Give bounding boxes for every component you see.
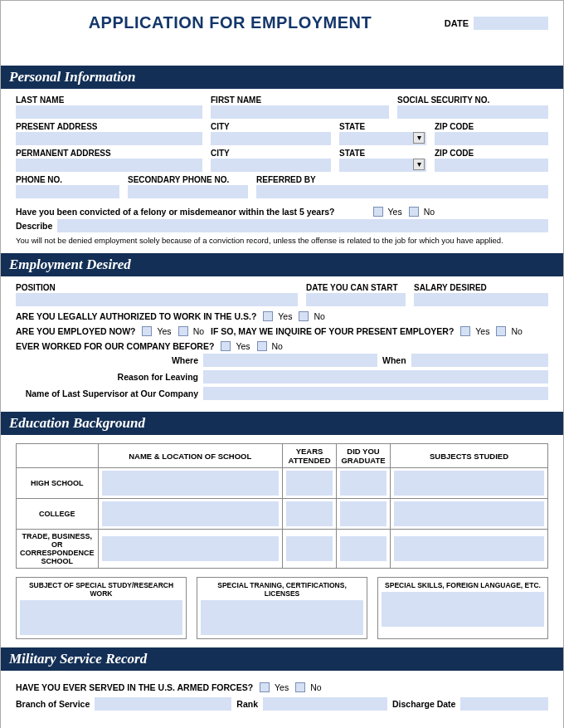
permanent-zip-input[interactable] [435,159,548,172]
last-name-input[interactable] [16,105,202,119]
edu-row-college: COLLEGE [17,499,99,530]
college-grad-input[interactable] [340,501,387,526]
inquire-yes-checkbox[interactable] [460,326,470,336]
present-address-label: PRESENT ADDRESS [16,122,202,131]
first-name-label: FIRST NAME [211,95,389,105]
college-years-input[interactable] [286,501,333,526]
edu-row-hs: HIGH SCHOOL [17,468,99,499]
where-input[interactable] [203,354,377,367]
box-training-label: SPECIAL TRANING, CERTIFICATIONS, LICENSE… [201,581,363,598]
no-label: No [424,207,435,217]
employed-question: ARE YOU EMPLOYED NOW? [16,326,135,336]
ssn-label: SOCIAL SECURITY NO. [397,95,548,105]
hs-years-input[interactable] [286,471,333,496]
worked-before-question: EVER WORKED FOR OUR COMPANY BEFORE? [16,341,214,351]
felony-no-checkbox[interactable] [409,207,419,217]
trade-subjects-input[interactable] [394,536,544,561]
permanent-city-label: CITY [211,149,331,158]
permanent-address-input[interactable] [16,159,202,172]
permanent-zip-label: ZIP CODE [435,149,548,158]
start-label: DATE YOU CAN START [306,283,406,292]
page-title: APPLICATION FOR EMPLOYMENT [16,13,445,32]
inquire-question: IF SO, MAY WE INQUIRE OF YOUR PRESENT EM… [211,326,454,336]
where-label: Where [16,355,198,365]
reason-input[interactable] [203,370,548,384]
last-name-label: LAST NAME [16,95,202,105]
position-input[interactable] [16,293,298,306]
edu-col-grad: DID YOU GRADUATE [337,444,391,468]
section-employment-heading: Employment Desired [1,253,563,276]
hs-grad-input[interactable] [340,471,387,496]
position-label: POSITION [16,283,298,292]
referred-input[interactable] [256,185,548,198]
present-address-input[interactable] [16,132,202,145]
present-city-input[interactable] [211,132,331,145]
start-input[interactable] [306,293,406,306]
trade-years-input[interactable] [286,536,333,561]
permanent-city-input[interactable] [211,159,331,172]
phone-input[interactable] [16,185,119,198]
training-input[interactable] [201,600,363,635]
discharge-input[interactable] [460,697,548,711]
authorized-yes-checkbox[interactable] [263,311,273,321]
felony-yes-checkbox[interactable] [373,207,383,217]
supervisor-label: Name of Last Supervisor at Our Company [16,388,198,398]
box-special-study-label: SUBJECT OF SPECIAL STUDY/RESEARCH WORK [20,581,182,598]
served-yes-checkbox[interactable] [260,682,270,692]
section-military-heading: Military Service Record [1,647,563,671]
phone-label: PHONE NO. [16,175,119,184]
edu-col-name: NAME & LOCATION OF SCHOOL [98,444,282,468]
worked-yes-checkbox[interactable] [221,341,231,351]
employed-no-checkbox[interactable] [178,326,188,336]
worked-no-checkbox[interactable] [257,341,267,351]
trade-grad-input[interactable] [340,536,387,561]
present-zip-input[interactable] [435,132,548,145]
referred-label: REFERRED BY [256,175,548,184]
inquire-no-checkbox[interactable] [496,326,506,336]
rank-label: Rank [236,699,258,709]
skills-input[interactable] [382,592,544,627]
conviction-note: You will not be denied employment solely… [16,236,548,245]
supervisor-input[interactable] [203,387,548,400]
discharge-label: Discharge Date [392,699,455,709]
when-input[interactable] [411,354,548,367]
permanent-address-label: PERMANENT ADDRESS [16,149,202,158]
phone2-input[interactable] [128,185,248,198]
authorized-question: ARE YOU LEGALLY AUTHORIZED TO WORK IN TH… [16,311,256,321]
branch-input[interactable] [95,697,231,711]
employed-yes-checkbox[interactable] [142,326,152,336]
when-label: When [382,355,406,365]
date-input[interactable] [474,17,548,30]
permanent-state-label: STATE [339,149,426,158]
salary-label: SALARY DESIRED [414,283,548,292]
yes-label: Yes [388,207,402,217]
hs-name-input[interactable] [102,471,279,496]
branch-label: Branch of Service [16,699,90,709]
describe-label: Describe [16,221,52,231]
edu-col-subjects: SUBJECTS STUDIED [391,444,548,468]
describe-input[interactable] [57,219,548,232]
present-state-select[interactable] [339,132,426,145]
trade-name-input[interactable] [102,536,279,561]
hs-subjects-input[interactable] [394,471,544,496]
permanent-state-select[interactable] [339,159,426,172]
special-study-input[interactable] [20,600,182,635]
college-subjects-input[interactable] [394,501,544,526]
box-skills-label: SPECIAL SKILLS, FOREIGN LANGUAGE, ETC. [382,581,544,589]
felony-question: Have you been convicted of a felony or m… [16,207,335,217]
reason-label: Reason for Leaving [16,372,198,382]
section-education-heading: Education Background [1,412,563,435]
served-no-checkbox[interactable] [295,682,305,692]
date-label: DATE [445,18,469,28]
college-name-input[interactable] [102,501,279,526]
present-city-label: CITY [211,122,331,131]
present-state-label: STATE [339,122,426,131]
section-personal-heading: Personal Information [1,66,563,89]
authorized-no-checkbox[interactable] [299,311,309,321]
rank-input[interactable] [263,697,387,711]
phone2-label: SECONDARY PHONE NO. [128,175,248,184]
first-name-input[interactable] [211,105,389,119]
salary-input[interactable] [414,293,548,306]
ssn-input[interactable] [397,105,548,119]
edu-col-years: YEARS ATTENDED [283,444,337,468]
